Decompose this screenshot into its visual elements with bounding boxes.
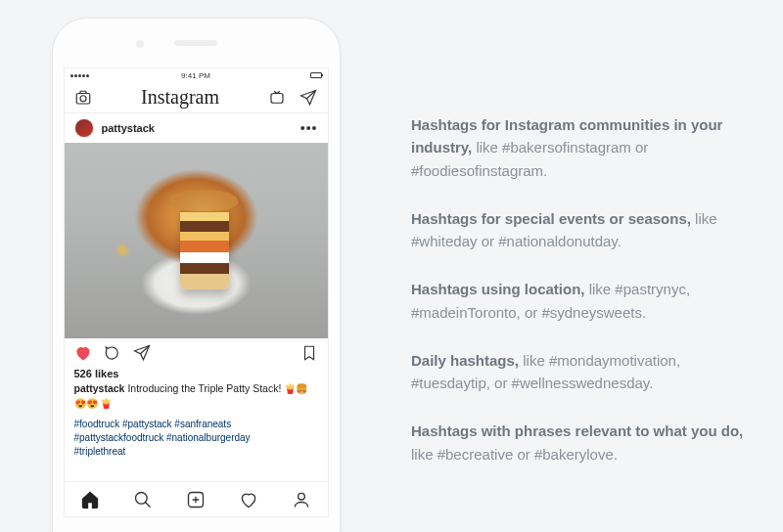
tip-item: Hashtags for special events or seasons, … <box>411 207 748 253</box>
more-icon[interactable]: ••• <box>300 120 318 136</box>
hashtag-line[interactable]: #foodtruck #pattystack #sanfraneats <box>74 418 318 431</box>
likes-count[interactable]: 526 likes <box>65 368 328 379</box>
phone-screen: 9:41 PM Instagram pattystack ••• <box>64 67 329 517</box>
caption-text: Introducing the Triple Patty Stack! <box>127 382 281 394</box>
profile-icon[interactable] <box>292 490 311 510</box>
camera-icon[interactable] <box>74 89 92 107</box>
add-post-icon[interactable] <box>186 490 206 510</box>
activity-icon[interactable] <box>239 490 258 510</box>
status-bar: 9:41 PM <box>65 68 328 82</box>
avatar[interactable] <box>74 118 94 138</box>
search-icon[interactable] <box>133 490 153 510</box>
svg-rect-0 <box>76 93 90 104</box>
tip-bold: Daily hashtags, <box>411 352 519 369</box>
tv-icon[interactable] <box>268 89 286 107</box>
svg-point-6 <box>298 493 304 500</box>
tip-bold: Hashtags using location, <box>411 281 585 297</box>
share-icon[interactable] <box>133 344 151 362</box>
tip-bold: Hashtags for special events or seasons, <box>411 210 691 227</box>
svg-rect-2 <box>80 91 86 93</box>
battery-icon <box>310 72 322 78</box>
svg-rect-3 <box>271 93 283 103</box>
post-image[interactable] <box>65 143 328 338</box>
home-icon[interactable] <box>80 490 100 510</box>
tip-item: Daily hashtags, like #mondaymotivation, … <box>411 349 748 395</box>
post-hashtags[interactable]: #foodtruck #pattystack #sanfraneats #pat… <box>65 410 328 459</box>
app-header: Instagram <box>65 82 328 113</box>
app-logo: Instagram <box>141 86 219 109</box>
tip-item: Hashtags with phrases relevant to what y… <box>411 420 748 466</box>
post-caption: pattystack Introducing the Triple Patty … <box>65 379 328 410</box>
phone-earpiece-dot <box>136 40 144 48</box>
hashtag-line[interactable]: #pattystackfoodtruck #nationalburgerday <box>74 431 318 445</box>
signal-icon <box>70 74 89 77</box>
phone-frame: 9:41 PM Instagram pattystack ••• <box>52 18 341 532</box>
phone-earpiece <box>174 40 217 46</box>
tips-column: Hashtags for Instagram communities in yo… <box>392 0 783 491</box>
post-header: pattystack ••• <box>65 113 328 143</box>
svg-point-4 <box>136 492 148 504</box>
post-actions <box>65 338 328 368</box>
status-time: 9:41 PM <box>181 71 210 80</box>
caption-username[interactable]: pattystack <box>74 382 125 394</box>
tip-item: Hashtags for Instagram communities in yo… <box>411 113 748 182</box>
tab-bar <box>65 481 328 516</box>
bookmark-icon[interactable] <box>300 344 318 362</box>
send-icon[interactable] <box>299 89 317 107</box>
tip-item: Hashtags using location, like #pastrynyc… <box>411 278 748 324</box>
tip-bold: Hashtags with phrases relevant to what y… <box>411 422 743 439</box>
comment-icon[interactable] <box>104 344 121 362</box>
svg-point-1 <box>80 95 86 101</box>
post-username[interactable]: pattystack <box>102 122 155 134</box>
like-icon[interactable] <box>74 344 92 362</box>
hashtag-line[interactable]: #triplethreat <box>74 445 318 459</box>
tip-rest: like #becreative or #bakerylove. <box>411 446 618 463</box>
